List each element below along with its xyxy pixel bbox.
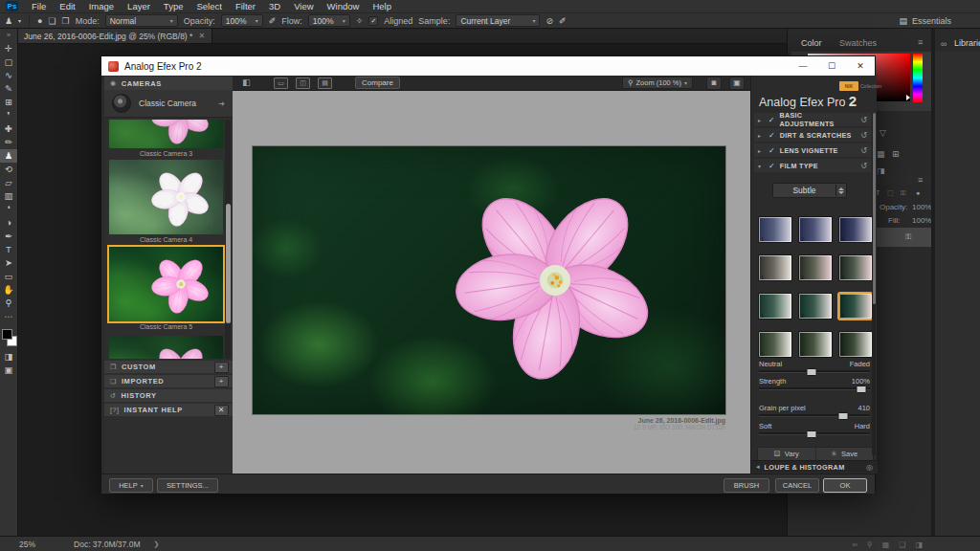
flow-dropdown[interactable]: 100% ▾ [308,14,350,27]
tool-pen-icon[interactable]: ✒ [0,230,17,243]
tool-move-icon[interactable]: ✛ [0,42,17,55]
tool-eyedropper-icon[interactable]: ❜ [0,109,17,122]
close-icon[interactable]: ✕ [198,32,205,40]
airbrush-icon[interactable]: ✧ [356,16,364,26]
section-dirt-scratches[interactable]: ▸ ✓ DIRT & SCRATCHES ↺ [754,128,871,142]
chevron-down-icon[interactable]: ▾ [758,163,764,169]
tab-swatches[interactable]: Swatches [839,38,877,48]
slider-handle[interactable] [806,368,816,376]
chevron-right-icon[interactable]: ▸ [758,147,764,154]
tool-brush-icon[interactable]: ✏ [0,136,17,149]
layers-fill-value[interactable]: 100% [912,216,931,225]
background-toggle-icon[interactable]: ◙ [706,77,722,90]
section-film-type[interactable]: ▾ ✓ FILM TYPE ↺ [754,159,871,172]
maximize-button[interactable]: ☐ [817,56,846,76]
compare-button[interactable]: Compare [355,77,400,89]
tool-marquee-icon[interactable]: ▢ [0,55,17,69]
film-swatch[interactable]: 3 [839,255,872,280]
sample-ignore-adjustment-icon[interactable]: ⊘ [546,16,553,26]
adjustment-gradient-icon[interactable]: ▦ [877,149,885,159]
close-instant-help-button[interactable]: ✕ [214,405,229,416]
tool-type-icon[interactable]: T [0,243,17,256]
status-chevron-icon[interactable]: ❯ [153,540,159,548]
tool-path-selection-icon[interactable]: ➤ [0,256,17,270]
check-icon[interactable]: ✓ [768,146,775,155]
opacity-dropdown[interactable]: 100% ▾ [221,14,263,27]
pen-pressure-size-icon[interactable]: ✐ [559,16,567,26]
tool-screen-mode-icon[interactable]: ▣ [0,364,17,377]
chevron-right-icon[interactable]: ▸ [758,117,764,123]
reset-icon[interactable]: ↺ [860,131,867,140]
adjustment-curves-icon[interactable]: ▽ [880,128,886,138]
menu-view[interactable]: View [294,1,313,11]
section-basic-adjustments[interactable]: ▸ ✓ BASIC ADJUSTMENTS ↺ [754,113,871,126]
tool-preset-caret-icon[interactable]: ▾ [18,17,21,24]
tool-preset-stamp-icon[interactable]: ♟ [5,16,12,26]
lock-all-icon[interactable]: ⚿ [901,189,905,197]
dialog-title-bar[interactable]: Analog Efex Pro 2 — ☐ ✕ [101,56,875,76]
tool-quick-mask-icon[interactable]: ◨ [0,350,17,364]
aligned-checkbox[interactable]: ✓ [368,16,378,26]
panel-menu-icon[interactable]: ≡ [918,37,923,47]
slider-track[interactable] [759,414,870,417]
layers-opacity-value[interactable]: 100% [912,203,931,211]
spinner-icon[interactable] [835,185,846,196]
camera-thumb-4[interactable]: Classic Camera 4 [109,160,223,245]
tab-libraries[interactable]: Libraries [954,38,980,48]
workspace-label[interactable]: Essentials [912,16,951,26]
tool-blur-icon[interactable]: ❛ [0,203,17,216]
adjustment-pattern-icon[interactable]: ⊞ [892,149,900,159]
brush-button[interactable]: BRUSH [724,478,769,493]
film-swatch-selected[interactable]: 3 [839,294,872,319]
minimize-button[interactable]: — [789,56,817,76]
cancel-button[interactable]: CANCEL [775,478,819,493]
check-icon[interactable]: ✓ [768,131,775,140]
libraries-sync-icon[interactable]: ∞ [852,540,858,549]
check-icon[interactable]: ✓ [768,116,775,124]
hue-marker-icon[interactable] [906,95,910,100]
menu-window[interactable]: Window [327,1,360,11]
vary-button[interactable]: ⚄ Vary [758,448,816,460]
panel-scrollbar[interactable] [872,113,876,455]
film-swatch[interactable]: 1 [759,294,791,319]
mode-dropdown[interactable]: Normal ▾ [105,14,178,27]
camera-list-scrollbar[interactable] [225,120,231,359]
reset-icon[interactable]: ↺ [860,162,867,170]
film-swatch[interactable]: 2 [799,217,832,242]
add-custom-button[interactable]: + [214,362,229,373]
tool-quick-selection-icon[interactable]: ✎ [0,82,17,96]
tool-history-brush-icon[interactable]: ⟲ [0,163,17,176]
lock-dot-icon[interactable]: ● [916,189,920,196]
panel-menu-icon[interactable]: ≡ [918,175,923,185]
slider-handle[interactable] [838,412,849,420]
scrollbar-thumb[interactable] [873,113,876,304]
section-instant-help[interactable]: [?] INSTANT HELP ✕ [104,404,233,416]
tab-color[interactable]: Color [801,38,822,48]
loupe-histogram-bar[interactable]: ◂ LOUPE & HISTOGRAM ◎ [751,460,878,473]
zoom-level[interactable]: 25% [19,540,35,549]
film-swatch[interactable]: 2 [799,332,832,357]
grid-view-icon[interactable]: ▦ [882,540,890,549]
layout-toggle-icon[interactable]: ▣ [729,77,745,90]
film-swatch[interactable]: 3 [839,217,872,242]
toolbar-collapse-icon[interactable]: » [0,29,17,42]
zoom-dropdown[interactable]: ⚲ Zoom (100 %) ▾ [622,77,693,89]
film-swatch[interactable]: 1 [759,332,791,357]
tool-dodge-icon[interactable]: ◑ [0,216,17,230]
tool-gradient-icon[interactable]: ▥ [0,189,17,203]
foreground-color-swatch[interactable] [2,329,12,340]
tool-spot-healing-icon[interactable]: ✚ [0,122,17,136]
clone-source-panel-icon[interactable]: ❐ [62,16,70,26]
scrollbar-thumb[interactable] [226,204,231,323]
film-swatch[interactable]: 2 [799,294,832,319]
lock-position-icon[interactable]: ⬚ [887,189,894,197]
tool-rectangle-icon[interactable]: ▭ [0,270,17,283]
pen-pressure-opacity-icon[interactable]: ✐ [269,16,277,26]
menu-layer[interactable]: Layer [127,1,150,11]
menu-edit[interactable]: Edit [59,1,75,11]
tool-edit-toolbar-icon[interactable]: ⋯ [0,310,17,323]
tool-hand-icon[interactable]: ✋ [0,283,17,297]
panel-collapse-icon[interactable]: ◧ [240,78,253,88]
save-button[interactable]: ✳ Save [816,448,874,460]
menu-type[interactable]: Type [164,1,184,11]
